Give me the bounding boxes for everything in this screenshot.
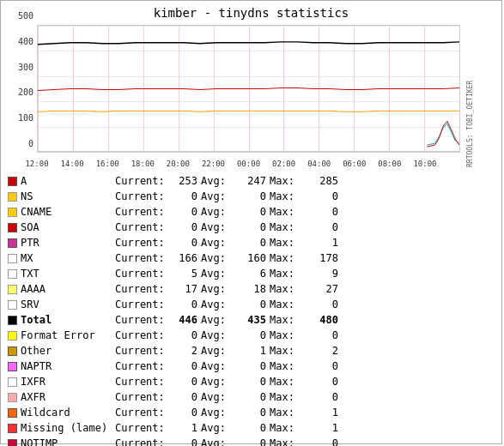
- legend-row: TXTCurrent:5Avg:6Max:9: [8, 266, 495, 281]
- x-label-1200: 12:00: [25, 160, 48, 168]
- legend-item-name: Other: [21, 343, 115, 359]
- legend-item-name: NOTIMP: [21, 436, 115, 446]
- legend-avg-val: 0: [235, 189, 266, 204]
- legend-current-label: Current:: [115, 436, 167, 446]
- legend-row: AAAACurrent:17Avg:18Max:27: [8, 281, 495, 297]
- legend-max-label: Max:: [270, 359, 307, 374]
- legend-max-label: Max:: [270, 389, 307, 405]
- legend-max-val: 1: [307, 420, 338, 436]
- legend-avg-val: 0: [235, 420, 266, 436]
- legend-avg-label: Avg:: [201, 436, 235, 446]
- legend-color-box: [8, 208, 17, 217]
- legend-item-name: TXT: [21, 266, 115, 281]
- legend-avg-val: 0: [235, 374, 266, 389]
- legend-color-box: [8, 316, 17, 325]
- legend-avg-label: Avg:: [201, 312, 235, 328]
- legend-current-label: Current:: [115, 189, 167, 204]
- legend-max-val: 0: [307, 436, 338, 446]
- legend-avg-label: Avg:: [201, 204, 235, 220]
- x-label-2000: 20:00: [167, 160, 190, 168]
- page-title: kimber - tinydns statistics: [1, 1, 501, 21]
- legend-max-label: Max:: [270, 204, 307, 220]
- legend-max-label: Max:: [270, 173, 307, 189]
- legend-color-box: [8, 223, 17, 232]
- legend-max-val: 0: [307, 204, 338, 220]
- legend-avg-label: Avg:: [201, 389, 235, 405]
- legend-color-box: [8, 192, 17, 202]
- legend-row: WildcardCurrent:0Avg:0Max:1: [8, 405, 495, 420]
- legend-avg-label: Avg:: [201, 220, 235, 235]
- legend-color-box: [8, 347, 17, 356]
- legend-current-val: 0: [167, 235, 197, 250]
- y-label-100: 100: [18, 113, 33, 123]
- legend-current-val: 0: [167, 189, 197, 204]
- legend-max-val: 1: [307, 235, 338, 250]
- legend-avg-label: Avg:: [201, 297, 235, 312]
- legend-row: Format ErrorCurrent:0Avg:0Max:0: [8, 328, 495, 343]
- legend-avg-val: 6: [235, 266, 266, 281]
- y-label-300: 300: [18, 62, 33, 71]
- legend-current-val: 2: [167, 343, 197, 359]
- legend-row: PTRCurrent:0Avg:0Max:1: [8, 235, 495, 250]
- legend-max-label: Max:: [270, 266, 307, 281]
- legend-current-label: Current:: [115, 312, 167, 328]
- legend-color-box: [8, 393, 17, 402]
- y-label-500: 500: [18, 11, 33, 21]
- legend-avg-label: Avg:: [201, 343, 235, 359]
- legend-avg-label: Avg:: [201, 328, 235, 343]
- legend-current-label: Current:: [115, 220, 167, 235]
- legend-row: SRVCurrent:0Avg:0Max:0: [8, 297, 495, 312]
- legend-max-val: 9: [307, 266, 338, 281]
- legend-avg-val: 0: [235, 389, 266, 405]
- legend-color-box: [8, 377, 17, 387]
- legend-item-name: PTR: [21, 235, 115, 250]
- legend-current-val: 0: [167, 204, 197, 220]
- legend-current-val: 446: [167, 312, 197, 328]
- legend-avg-val: 247: [235, 173, 266, 189]
- chart-svg: [38, 26, 459, 152]
- legend-current-val: 0: [167, 405, 197, 420]
- legend-current-label: Current:: [115, 328, 167, 343]
- legend-avg-val: 0: [235, 436, 266, 446]
- legend-row: CNAMECurrent:0Avg:0Max:0: [8, 204, 495, 220]
- legend-item-name: NS: [21, 189, 115, 204]
- legend-max-val: 0: [307, 297, 338, 312]
- x-axis: 12:00 14:00 16:00 18:00 20:00 22:00 00:0…: [37, 154, 460, 170]
- legend-max-val: 178: [307, 250, 338, 266]
- legend-current-label: Current:: [115, 389, 167, 405]
- legend-item-name: NAPTR: [21, 359, 115, 374]
- legend-current-label: Current:: [115, 343, 167, 359]
- legend-current-label: Current:: [115, 374, 167, 389]
- legend-item-name: IXFR: [21, 374, 115, 389]
- legend-color-box: [8, 254, 17, 263]
- legend-row: Missing (lame)Current:1Avg:0Max:1: [8, 420, 495, 436]
- legend-item-name: MX: [21, 250, 115, 266]
- legend-max-val: 0: [307, 389, 338, 405]
- legend-max-val: 0: [307, 374, 338, 389]
- legend-current-val: 0: [167, 374, 197, 389]
- legend-avg-val: 0: [235, 235, 266, 250]
- legend: ACurrent:253Avg:247Max:285NSCurrent:0Avg…: [8, 173, 495, 446]
- legend-color-box: [8, 331, 17, 341]
- legend-current-val: 253: [167, 173, 197, 189]
- legend-row: NOTIMPCurrent:0Avg:0Max:0: [8, 436, 495, 446]
- legend-row: ACurrent:253Avg:247Max:285: [8, 173, 495, 189]
- legend-item-name: Wildcard: [21, 405, 115, 420]
- legend-current-label: Current:: [115, 281, 167, 297]
- legend-avg-val: 0: [235, 359, 266, 374]
- legend-max-label: Max:: [270, 374, 307, 389]
- legend-max-val: 0: [307, 328, 338, 343]
- legend-current-label: Current:: [115, 297, 167, 312]
- legend-current-label: Current:: [115, 173, 167, 189]
- legend-max-label: Max:: [270, 436, 307, 446]
- x-label-2200: 22:00: [202, 160, 225, 168]
- legend-item-name: Total: [21, 312, 115, 328]
- legend-max-label: Max:: [270, 420, 307, 436]
- legend-max-label: Max:: [270, 250, 307, 266]
- legend-item-name: A: [21, 173, 115, 189]
- legend-max-val: 480: [307, 312, 338, 328]
- legend-max-label: Max:: [270, 189, 307, 204]
- legend-max-val: 0: [307, 220, 338, 235]
- legend-avg-val: 160: [235, 250, 266, 266]
- y-axis: 500 400 300 200 100 0: [9, 25, 37, 153]
